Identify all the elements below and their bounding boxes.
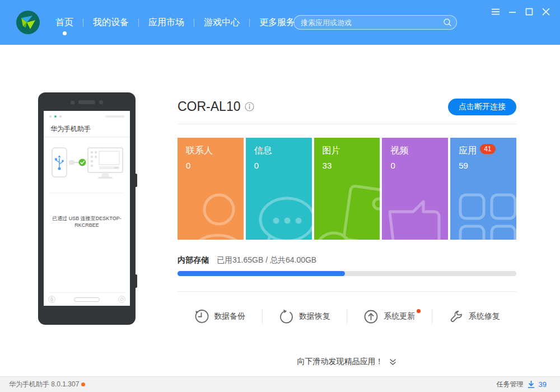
chat-bubble-icon (251, 193, 312, 240)
task-manager-label: 任务管理 (497, 380, 524, 389)
category-tiles: 联系人 0 信息 0 图片 33 视频 (178, 138, 516, 240)
main-nav: 首页 我的设备 应用市场 游戏中心 更多服务 (46, 0, 305, 45)
quick-actions: 数据备份 数据恢复 系统更新 系 (178, 292, 516, 341)
close-icon[interactable] (539, 6, 553, 18)
usb-connection-illustration (48, 143, 126, 183)
tile-label: 信息 (254, 145, 272, 157)
promo-text: 向下滑动发现精品应用！ (297, 357, 384, 367)
tile-label: 视频 (390, 145, 408, 157)
nav-item-app-market[interactable]: 应用市场 (139, 17, 194, 29)
nav-item-home[interactable]: 首页 (46, 17, 83, 29)
minimize-icon[interactable] (505, 6, 520, 18)
connected-phone-preview: 华为手机助手 (38, 92, 136, 325)
wrench-icon (449, 309, 464, 324)
computer-icon (88, 148, 123, 179)
phone-screen: 华为手机助手 (44, 111, 130, 306)
device-name: COR-AL10 (178, 99, 240, 114)
app-grid-icon (454, 188, 516, 240)
search-box[interactable] (293, 15, 457, 30)
tile-videos[interactable]: 视频 0 (382, 138, 448, 240)
action-label: 数据恢复 (299, 311, 330, 321)
app-version: 华为手机助手 8.0.1.307 (9, 380, 79, 389)
person-icon (179, 188, 244, 240)
tile-count: 0 (186, 161, 244, 170)
hisuite-logo-icon (16, 11, 40, 34)
app-header: 首页 我的设备 应用市场 游戏中心 更多服务 (0, 0, 560, 45)
storage-usage: 已用31.65GB / 总共64.00GB (217, 255, 316, 265)
app-logo[interactable] (16, 11, 40, 34)
tile-count: 33 (323, 161, 380, 170)
disconnect-button[interactable]: 点击断开连接 (448, 99, 516, 115)
tile-apps[interactable]: 应用41 59 (450, 138, 516, 240)
update-count-badge: 41 (480, 144, 495, 154)
search-input[interactable] (301, 18, 443, 27)
update-notification-dot (417, 309, 421, 313)
tile-label: 联系人 (186, 145, 213, 157)
storage-progress-fill (178, 271, 345, 276)
download-icon (527, 380, 535, 389)
chevron-double-down-icon (389, 358, 397, 366)
storage-info: 内部存储 已用31.65GB / 总共64.00GB (178, 255, 316, 265)
tile-messages[interactable]: 信息 0 (246, 138, 312, 240)
connection-check-icon (79, 159, 86, 166)
phone-statusbar (49, 115, 124, 118)
action-data-backup[interactable]: 数据备份 (178, 309, 262, 324)
home-indicator (74, 297, 100, 302)
nav-item-game-center[interactable]: 游戏中心 (194, 17, 249, 29)
divider (49, 193, 124, 193)
download-count: 39 (539, 380, 547, 389)
photo-icon (318, 184, 380, 240)
restore-arrow-icon (279, 309, 294, 324)
nav-home-label: 首页 (55, 17, 73, 27)
mic-icon (48, 296, 55, 303)
active-nav-indicator (63, 31, 67, 35)
tile-contacts[interactable]: 联系人 0 (178, 138, 244, 240)
action-data-restore[interactable]: 数据恢复 (263, 309, 347, 324)
info-icon[interactable] (245, 102, 254, 111)
phone-side-button (136, 174, 137, 187)
tile-label: 应用 (459, 145, 477, 157)
menu-icon[interactable] (488, 6, 503, 18)
update-arrow-icon (363, 309, 379, 324)
maximize-icon[interactable] (522, 6, 536, 18)
phone-side-button (136, 274, 137, 288)
tile-count: 59 (459, 161, 516, 170)
action-label: 数据备份 (214, 311, 245, 321)
tile-count: 0 (254, 161, 312, 170)
device-header: COR-AL10 点击断开连接 (178, 90, 516, 124)
nav-item-my-devices[interactable]: 我的设备 (83, 17, 138, 29)
action-label: 系统修复 (469, 311, 500, 321)
phone-app-title: 华为手机助手 (50, 124, 91, 134)
phone-nav-bar (48, 292, 125, 306)
discover-apps-hint[interactable]: 向下滑动发现精品应用！ (178, 357, 516, 367)
phone-earpiece (38, 100, 136, 104)
tile-count: 0 (390, 161, 448, 170)
task-manager-button[interactable]: 任务管理 39 (497, 380, 547, 389)
divider (44, 137, 130, 137)
connection-status-text: 已通过 USB 连接至DESKTOP-RKCRBEE (46, 215, 128, 228)
storage-label: 内部存储 (178, 255, 209, 265)
action-label: 系统更新 (384, 311, 415, 321)
version-update-dot (81, 382, 85, 386)
window-controls (486, 6, 553, 18)
video-camera-icon (384, 189, 448, 240)
backup-clock-icon (194, 309, 209, 324)
circle-button-icon (118, 296, 125, 303)
tile-pictures[interactable]: 图片 33 (314, 138, 380, 240)
main-content: COR-AL10 点击断开连接 联系人 0 信息 0 (178, 45, 516, 376)
status-bar: 华为手机助手 8.0.1.307 任务管理 39 (0, 376, 560, 392)
storage-progress-track (178, 271, 516, 276)
action-system-update[interactable]: 系统更新 (347, 309, 432, 324)
tile-label: 图片 (323, 145, 340, 157)
action-system-repair[interactable]: 系统修复 (432, 309, 517, 324)
search-icon[interactable] (443, 18, 452, 27)
